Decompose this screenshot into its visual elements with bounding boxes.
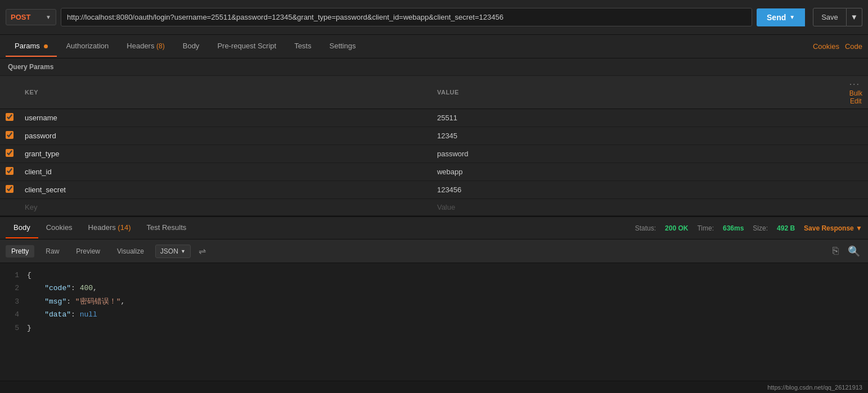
- code-line-3: 3 "msg": "密码错误！",: [8, 295, 860, 308]
- new-row-actions-cell: [844, 199, 868, 216]
- resp-tab-test-results[interactable]: Test Results: [138, 218, 194, 238]
- top-tab-bar: Params Authorization Headers (8) Body Pr…: [0, 35, 868, 58]
- save-response-button[interactable]: Save Response ▼: [804, 224, 862, 232]
- section-label: Query Params: [0, 58, 868, 76]
- row-value-cell[interactable]: 25511: [431, 109, 844, 127]
- row-key-cell[interactable]: password: [19, 127, 431, 145]
- tab-body[interactable]: Body: [174, 36, 209, 57]
- code-line-4: 4 "data": null: [8, 308, 860, 321]
- format-dropdown-icon: ▼: [181, 249, 186, 254]
- row-checkbox[interactable]: [6, 131, 14, 139]
- tab-tests[interactable]: Tests: [285, 36, 320, 57]
- actions-col-header: ··· Bulk Edit: [844, 76, 868, 109]
- tab-bar-right: Cookies Code: [813, 42, 862, 51]
- query-params-section: Query Params KEY VALUE ··· Bulk Edit: [0, 58, 868, 216]
- row-checkbox[interactable]: [6, 113, 14, 121]
- code-line-2: 2 "code": 400,: [8, 282, 860, 295]
- footer: https://blog.csdn.net/qq_26121913: [0, 381, 868, 393]
- tab-headers[interactable]: Headers (8): [118, 36, 173, 57]
- resp-tab-body[interactable]: Body: [6, 218, 38, 238]
- format-bar-right: ⎘ 🔍: [830, 243, 862, 260]
- checkbox-col-header: [0, 76, 19, 109]
- row-checkbox-cell[interactable]: [0, 163, 19, 181]
- size-label: Size:: [753, 224, 768, 232]
- tab-prerequest[interactable]: Pre-request Script: [208, 36, 285, 57]
- code-line-5: 5 }: [8, 322, 860, 335]
- row-actions-cell: [844, 127, 868, 145]
- response-section: Body Cookies Headers (14) Test Results S…: [0, 216, 868, 381]
- url-bar: POST ▼ Send ▼ Save ▼: [0, 0, 868, 35]
- resp-tab-cookies[interactable]: Cookies: [38, 218, 80, 238]
- response-tabs: Body Cookies Headers (14) Test Results: [6, 218, 635, 238]
- fmt-tab-visualize[interactable]: Visualize: [111, 245, 150, 258]
- search-button[interactable]: 🔍: [845, 243, 862, 260]
- method-value: POST: [11, 13, 30, 21]
- row-key-cell[interactable]: username: [19, 109, 431, 127]
- fmt-tab-raw[interactable]: Raw: [40, 245, 65, 258]
- code-link[interactable]: Code: [845, 42, 862, 51]
- row-key-cell[interactable]: grant_type: [19, 145, 431, 163]
- response-tab-bar: Body Cookies Headers (14) Test Results S…: [0, 217, 868, 240]
- row-checkbox-cell[interactable]: [0, 181, 19, 199]
- params-table: KEY VALUE ··· Bulk Edit: [0, 76, 868, 216]
- row-checkbox[interactable]: [6, 185, 14, 193]
- save-button[interactable]: Save: [813, 8, 847, 26]
- table-row: client_secret 123456: [0, 181, 868, 199]
- row-checkbox[interactable]: [6, 149, 14, 157]
- row-checkbox-cell[interactable]: [0, 127, 19, 145]
- table-row: password 12345: [0, 127, 868, 145]
- table-row: username 25511: [0, 109, 868, 127]
- tab-params[interactable]: Params: [6, 36, 57, 57]
- ellipsis-button[interactable]: ···: [849, 79, 860, 89]
- row-checkbox-cell[interactable]: [0, 109, 19, 127]
- row-actions-cell: [844, 109, 868, 127]
- response-code-area: 1 { 2 "code": 400, 3 "msg": "密码错误！", 4: [0, 263, 868, 381]
- format-select[interactable]: JSON ▼: [155, 245, 191, 258]
- new-row-key-cell[interactable]: Key: [19, 199, 431, 216]
- row-key-cell[interactable]: client_id: [19, 163, 431, 181]
- code-line-1: 1 {: [8, 269, 860, 282]
- row-value-cell[interactable]: 123456: [431, 181, 844, 199]
- table-row: grant_type password: [0, 145, 868, 163]
- url-input[interactable]: [61, 8, 752, 26]
- status-label: Status:: [635, 224, 656, 232]
- send-dropdown-icon: ▼: [789, 14, 795, 20]
- tab-authorization[interactable]: Authorization: [57, 36, 118, 57]
- row-value-cell[interactable]: webapp: [431, 163, 844, 181]
- new-row: Key Value: [0, 199, 868, 216]
- format-bar: Pretty Raw Preview Visualize JSON ▼ ⇌ ⎘ …: [0, 240, 868, 263]
- bulk-edit-button[interactable]: Bulk Edit: [849, 89, 862, 105]
- send-button[interactable]: Send ▼: [757, 8, 805, 26]
- status-value: 200 OK: [665, 224, 688, 232]
- size-value: 492 B: [777, 224, 795, 232]
- row-checkbox[interactable]: [6, 167, 14, 175]
- fmt-tab-pretty[interactable]: Pretty: [6, 245, 34, 258]
- row-actions-cell: [844, 145, 868, 163]
- fmt-tab-preview[interactable]: Preview: [70, 245, 106, 258]
- response-meta: Status: 200 OK Time: 636ms Size: 492 B S…: [635, 224, 862, 232]
- footer-link[interactable]: https://blog.csdn.net/qq_26121913: [767, 384, 862, 391]
- copy-button[interactable]: ⎘: [830, 243, 841, 259]
- resp-tab-headers[interactable]: Headers (14): [80, 218, 139, 238]
- method-dropdown-icon: ▼: [46, 14, 51, 20]
- new-row-value-cell[interactable]: Value: [431, 199, 844, 216]
- wrap-icon-button[interactable]: ⇌: [196, 243, 208, 259]
- row-value-cell[interactable]: 12345: [431, 127, 844, 145]
- tab-settings[interactable]: Settings: [320, 36, 365, 57]
- row-value-cell[interactable]: password: [431, 145, 844, 163]
- time-label: Time:: [697, 224, 714, 232]
- request-tabs: Params Authorization Headers (8) Body Pr…: [6, 36, 813, 57]
- key-col-header: KEY: [19, 76, 431, 109]
- table-row: client_id webapp: [0, 163, 868, 181]
- params-dot: [44, 44, 48, 48]
- row-actions-cell: [844, 163, 868, 181]
- method-select[interactable]: POST ▼: [6, 9, 56, 25]
- cookies-link[interactable]: Cookies: [813, 42, 839, 51]
- row-checkbox-cell[interactable]: [0, 145, 19, 163]
- save-dropdown-button[interactable]: ▼: [847, 8, 862, 26]
- row-key-cell[interactable]: client_secret: [19, 181, 431, 199]
- new-row-checkbox-cell: [0, 199, 19, 216]
- row-actions-cell: [844, 181, 868, 199]
- time-value: 636ms: [723, 224, 744, 232]
- val-col-header: VALUE: [431, 76, 844, 109]
